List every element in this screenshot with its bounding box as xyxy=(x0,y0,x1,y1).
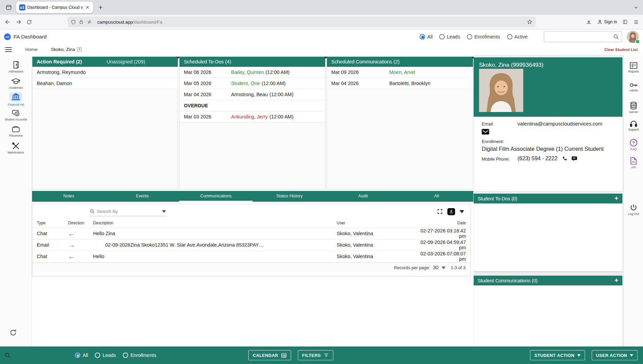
forward-icon[interactable] xyxy=(16,19,22,25)
panel-title[interactable]: Action Required (2) xyxy=(37,59,82,64)
tab-audit[interactable]: Audit xyxy=(326,191,400,202)
sidebar-item-admissions[interactable]: Admissions xyxy=(0,60,32,73)
action-required-row[interactable]: Beahan, Damon xyxy=(32,78,178,89)
downloads-icon[interactable] xyxy=(586,19,592,25)
student-communications-bar[interactable]: Student Communications (0) + xyxy=(474,276,622,285)
bottom-scope-enrollments[interactable]: Enrollments xyxy=(123,353,157,358)
reload-icon[interactable] xyxy=(26,19,32,25)
shield-icon[interactable] xyxy=(71,20,76,25)
extensions-icon[interactable] xyxy=(622,19,628,25)
new-tab-button[interactable]: + xyxy=(99,3,103,11)
radio-all[interactable] xyxy=(75,353,80,358)
search-by-input[interactable] xyxy=(97,209,162,214)
add-communication-icon[interactable]: + xyxy=(614,277,618,284)
search-by-dropdown-icon[interactable] xyxy=(162,210,166,215)
scope-option-active[interactable]: Active xyxy=(507,34,528,39)
panel-action-required-header[interactable]: Action Required (2) Unassigned (209) xyxy=(32,57,178,67)
panel-unassigned-tab[interactable]: Unassigned (209) xyxy=(107,59,145,64)
sidebar-item-server[interactable]: Server xyxy=(624,102,643,114)
calendar-button[interactable]: CALENDAR xyxy=(248,350,291,360)
todo-name[interactable]: Ankunding, Jerry xyxy=(231,114,268,119)
bottom-scope-all[interactable]: All xyxy=(75,353,88,358)
todo-row[interactable]: Mar 04 2026 Armstrong, Beau (12:00 AM) xyxy=(179,89,325,100)
student-action-button[interactable]: STUDENT ACTION xyxy=(530,350,585,360)
comm-name[interactable]: Bartoletti, Brooklyn xyxy=(389,81,430,86)
export-icon[interactable] xyxy=(447,208,455,215)
sidebar-item-admin[interactable]: Admin xyxy=(624,82,643,92)
col-direction[interactable]: Direction xyxy=(68,218,93,228)
tab-communications[interactable]: Communications xyxy=(179,191,253,202)
sidebar-item-faq[interactable]: ? FAQ xyxy=(624,139,643,151)
radio-leads[interactable] xyxy=(95,353,100,358)
student-photo[interactable] xyxy=(479,69,523,112)
table-row[interactable]: Email → 02-09-2026Zina Skoko12351 W. Sta… xyxy=(32,239,470,251)
radio-leads[interactable] xyxy=(439,34,445,39)
filters-button[interactable]: FILTERS xyxy=(298,350,333,360)
hamburger-menu-icon[interactable] xyxy=(5,46,12,53)
tab-notes[interactable]: Notes xyxy=(32,191,106,202)
tab-events[interactable]: Events xyxy=(106,191,179,202)
comm-row[interactable]: Mar 04 2026 Bartoletti, Brooklyn xyxy=(327,78,473,89)
lock-icon[interactable] xyxy=(79,20,84,24)
todo-name[interactable]: Student, One xyxy=(231,81,260,86)
sidebar-item-maintenance[interactable]: Maintenance xyxy=(0,142,32,154)
student-name[interactable]: Armstrong, Reymundo xyxy=(37,69,86,75)
todo-name[interactable]: Armstrong, Beau xyxy=(231,92,268,97)
scope-option-all[interactable]: All xyxy=(420,34,432,39)
tab-close-icon[interactable]: ✕ xyxy=(85,4,90,10)
sidebar-item-academics[interactable]: Academics xyxy=(0,77,32,89)
tab-all[interactable]: All xyxy=(400,191,473,202)
permissions-icon[interactable] xyxy=(87,20,92,24)
comm-row[interactable]: Mar 09 2026 Moen, Arvel xyxy=(327,67,473,78)
todo-row[interactable]: Mar 03 2026 Ankunding, Jerry (12:00 AM) xyxy=(179,111,325,122)
bookmark-star-icon[interactable] xyxy=(527,19,532,25)
fullscreen-icon[interactable] xyxy=(437,208,443,215)
panel-resize-handle[interactable] xyxy=(176,57,180,60)
table-menu-icon[interactable] xyxy=(459,210,464,216)
sidebar-item-reports[interactable]: Reports xyxy=(624,62,643,73)
sms-icon[interactable] xyxy=(571,156,577,161)
tab-list-chevron-icon[interactable] xyxy=(634,5,638,10)
sidebar-item-financial-aid[interactable]: Financial Aid xyxy=(0,92,32,106)
records-per-page-dropdown-icon[interactable] xyxy=(442,267,446,271)
user-action-button[interactable]: USER ACTION xyxy=(592,350,638,360)
add-todo-icon[interactable]: + xyxy=(614,195,618,202)
url-bar[interactable]: campuscloud.app/dashboard/Fa xyxy=(67,17,536,27)
todo-name[interactable]: Bailey, Quinten xyxy=(231,69,264,75)
tab-status-history[interactable]: Status History xyxy=(253,191,326,202)
sign-in-button[interactable]: Sign in xyxy=(597,19,617,25)
comm-name[interactable]: Moen, Arvel xyxy=(389,69,415,75)
search-icon[interactable] xyxy=(613,34,619,40)
sidebar-item-api[interactable]: <> API xyxy=(624,157,643,169)
table-row[interactable]: Chat ← Hello Skoko, Valentina 02-03-2026… xyxy=(32,251,470,262)
student-name[interactable]: Beahan, Damon xyxy=(37,81,72,86)
col-date[interactable]: Date xyxy=(413,218,470,228)
tab-student-close-icon[interactable]: ✕ xyxy=(77,47,82,52)
action-required-row[interactable]: Armstrong, Reymundo xyxy=(32,67,178,78)
tab-home[interactable]: Home xyxy=(25,47,37,52)
menu-icon[interactable] xyxy=(633,19,639,25)
records-per-page-value[interactable]: 30 xyxy=(433,265,439,270)
sidebar-item-placement[interactable]: Placement xyxy=(0,125,32,137)
todo-row[interactable]: Mar 05 2026 Student, One (12:00 AM) xyxy=(179,78,325,89)
user-avatar[interactable]: ✓ xyxy=(622,31,643,43)
search-by-field[interactable] xyxy=(89,207,167,216)
email-value[interactable]: valentina@campuscloudservices.com xyxy=(518,121,602,127)
radio-enrollments[interactable] xyxy=(467,34,472,39)
scope-option-enrollments[interactable]: Enrollments xyxy=(467,34,500,39)
student-search-input[interactable] xyxy=(547,34,613,39)
bottom-search-icon[interactable] xyxy=(4,352,11,359)
refresh-icon[interactable] xyxy=(9,329,17,336)
back-icon[interactable] xyxy=(5,19,11,25)
panel-resize-handle[interactable] xyxy=(324,57,328,60)
col-user[interactable]: User xyxy=(337,218,413,228)
email-icon[interactable] xyxy=(482,129,489,135)
sidebar-item-log-out[interactable]: Log Out xyxy=(624,203,643,216)
phone-icon[interactable] xyxy=(562,156,568,161)
sidebar-item-support[interactable]: Support xyxy=(624,120,643,131)
student-todos-bar[interactable]: Student To-Dos (0) + xyxy=(474,194,622,203)
student-search-box[interactable] xyxy=(544,31,622,42)
radio-all[interactable] xyxy=(420,34,425,39)
scope-option-leads[interactable]: Leads xyxy=(439,34,460,39)
table-row[interactable]: Chat ← Hello Zina Skoko, Valentina 02-27… xyxy=(32,228,470,239)
